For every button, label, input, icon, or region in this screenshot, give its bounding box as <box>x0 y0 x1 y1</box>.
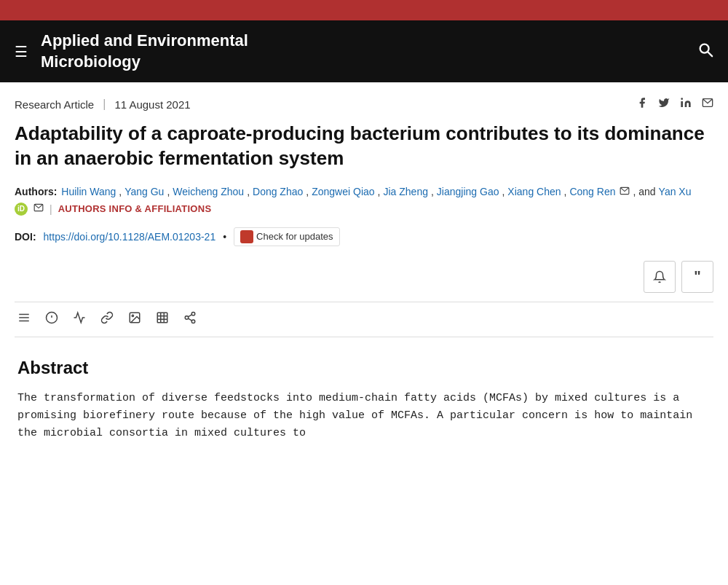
top-red-bar <box>0 0 728 20</box>
author-xiang-chen[interactable]: Xiang Chen <box>507 186 561 197</box>
article-type-label: Research Article <box>15 98 94 111</box>
social-icons-row <box>636 97 713 111</box>
svg-point-22 <box>191 320 195 323</box>
check-updates-label: Check for updates <box>256 231 333 242</box>
authors-row: Authors: Huilin Wang, Yang Gu, Weicheng … <box>15 186 713 198</box>
info-divider: | <box>50 203 52 215</box>
author-yan-xu[interactable]: Yan Xu <box>659 186 692 197</box>
svg-point-21 <box>185 316 189 320</box>
author-dong-zhao[interactable]: Dong Zhao <box>253 186 303 197</box>
cong-ren-email-icon <box>620 186 630 198</box>
article-meta-left: Research Article | 11 August 2021 <box>15 98 191 111</box>
abstract-text: The transformation of diverse feedstocks… <box>17 390 711 442</box>
journal-title: Applied and Environmental Microbiology <box>41 31 248 72</box>
doi-link[interactable]: https://doi.org/10.1128/AEM.01203-21 <box>44 231 216 243</box>
svg-line-1 <box>708 52 712 56</box>
orcid-icon: iD <box>15 203 28 216</box>
facebook-icon[interactable] <box>636 97 648 111</box>
svg-rect-15 <box>157 313 167 323</box>
search-icon[interactable] <box>697 42 713 61</box>
author-email-small-icon <box>33 203 44 215</box>
svg-line-23 <box>188 318 191 321</box>
author-jia-zheng[interactable]: Jia Zheng <box>383 186 427 197</box>
twitter-icon[interactable] <box>658 97 670 111</box>
hamburger-icon[interactable]: ☰ <box>15 43 28 60</box>
svg-point-20 <box>191 312 195 315</box>
author-jiangjing-gao[interactable]: Jiangjing Gao <box>437 186 499 197</box>
alert-button[interactable] <box>644 261 676 293</box>
author-huilin-wang[interactable]: Huilin Wang <box>61 186 116 197</box>
site-header: ☰ Applied and Environmental Microbiology <box>0 20 728 82</box>
toolbar-metrics-icon[interactable] <box>73 311 86 328</box>
article-title: Adaptability of a caproate-producing bac… <box>15 122 713 171</box>
toolbar-link-icon[interactable] <box>100 311 114 328</box>
email-icon[interactable] <box>702 97 713 111</box>
author-cong-ren[interactable]: Cong Ren <box>569 186 615 197</box>
svg-point-3 <box>681 98 683 101</box>
toolbar-table-icon[interactable] <box>156 311 169 328</box>
and-text: , and <box>633 186 655 197</box>
action-icons-row: " <box>15 261 713 293</box>
doi-row: DOI: https://doi.org/10.1128/AEM.01203-2… <box>15 227 713 246</box>
meta-divider: | <box>103 98 106 111</box>
article-toolbar <box>15 302 713 337</box>
svg-rect-2 <box>681 101 683 107</box>
toolbar-list-icon[interactable] <box>17 311 31 328</box>
abstract-section: Abstract The transformation of diverse f… <box>15 358 713 442</box>
article-date: 11 August 2021 <box>114 98 190 111</box>
cite-button[interactable]: " <box>681 261 713 293</box>
cite-icon: " <box>694 268 700 285</box>
svg-line-24 <box>188 315 191 317</box>
authors-info-link[interactable]: AUTHORS INFO & AFFILIATIONS <box>58 203 212 214</box>
toolbar-share-icon[interactable] <box>183 311 197 328</box>
abstract-title: Abstract <box>17 358 711 378</box>
check-updates-icon <box>240 230 253 243</box>
toolbar-info-icon[interactable] <box>45 311 58 328</box>
author-weicheng-zhou[interactable]: Weicheng Zhou <box>173 186 244 197</box>
check-updates-button[interactable]: Check for updates <box>234 227 340 246</box>
main-content: Research Article | 11 August 2021 Adapta… <box>0 82 728 442</box>
author-yang-gu[interactable]: Yang Gu <box>124 186 164 197</box>
authors-info-row: iD | AUTHORS INFO & AFFILIATIONS <box>15 203 713 216</box>
header-left: ☰ Applied and Environmental Microbiology <box>15 31 248 72</box>
svg-point-14 <box>132 315 133 316</box>
authors-label: Authors: <box>15 186 57 197</box>
toolbar-image-icon[interactable] <box>128 311 141 328</box>
article-meta-row: Research Article | 11 August 2021 <box>15 97 713 111</box>
author-zongwei-qiao[interactable]: Zongwei Qiao <box>312 186 374 197</box>
dot-separator: • <box>223 231 226 243</box>
doi-label: DOI: <box>15 231 36 243</box>
linkedin-icon[interactable] <box>680 97 692 111</box>
